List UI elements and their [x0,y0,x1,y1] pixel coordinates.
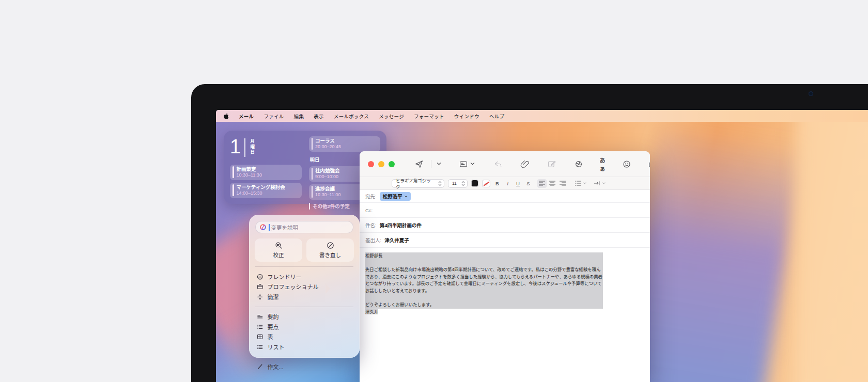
event-accent-bar [312,138,313,150]
recipient-name: 松野浩平 [383,193,402,200]
header-fields-button[interactable] [453,160,481,169]
transform-table[interactable]: 表 [249,332,360,342]
event-title: 社内勉強会 [315,168,340,174]
proofread-button[interactable]: 校正 [255,238,302,262]
align-center-button[interactable] [548,179,557,188]
menu-item-edit[interactable]: 編集 [294,113,304,120]
from-label: 差出人: [365,236,381,244]
apple-logo-icon [224,113,229,119]
calendar-date: 1 [230,136,241,157]
selected-text: 松野部長 先日ご相談した新製品向け市場進出戦略の第4四半期計画について、改めてご… [365,252,603,309]
list-icon [257,344,264,351]
transform-summary[interactable]: 要約 [249,312,360,322]
message-body[interactable]: 松野部長 先日ご相談した新製品向け市場進出戦略の第4四半期計画について、改めてご… [360,248,650,320]
to-label: 宛先: [365,193,377,200]
summary-icon [257,313,264,320]
rewrite-button[interactable]: 書き直し [306,238,354,262]
event-title: 計画策定 [237,166,262,172]
proofread-magnifier-icon [275,242,283,249]
reply-button[interactable] [487,160,509,169]
event-accent-bar [312,186,313,198]
new-message-button[interactable] [541,160,563,169]
menu-item-help[interactable]: ヘルプ [489,113,504,120]
style-label: プロフェッショナル [268,282,319,291]
rewrite-label: 書き直し [319,251,341,259]
concise-icon [257,294,264,300]
font-size-value: 11 [452,181,458,186]
minimize-button[interactable] [378,161,384,167]
background-color-button[interactable]: a [482,180,490,187]
font-family-select[interactable]: ヒラギノ角ゴシック [392,179,444,188]
format-button[interactable]: あぁ [594,156,612,172]
toolbar-divider [431,160,431,168]
from-value: 津久井夏子 [384,236,409,244]
event-time: 10:30–11:30 [237,172,262,178]
menu-item-view[interactable]: 表示 [314,113,324,120]
compose-square-pencil-icon [547,160,556,169]
compose-menu-item[interactable]: 作文... [249,362,360,372]
photo-browser-button[interactable] [642,160,650,169]
apple-menu[interactable] [224,113,229,119]
event-accent-bar [312,168,313,180]
event-title: マーケティング検討会 [237,184,285,190]
underline-button[interactable]: U [515,181,521,186]
from-field[interactable]: 差出人: 津久井夏子 [360,233,650,248]
menu-item-file[interactable]: ファイル [264,113,284,120]
font-size-select[interactable]: 11 [448,179,468,188]
cc-label: Cc: [365,208,373,213]
emoji-button[interactable] [616,160,638,169]
subject-field[interactable]: 件名: 第4四半期計画の件 [360,218,650,233]
send-button[interactable] [408,160,430,169]
event-accent-bar [309,203,311,210]
style-professional[interactable]: プロフェッショナル [249,282,360,292]
signature-text: 津久井 [365,309,378,314]
reply-arrow-icon [493,160,503,169]
input-placeholder: 変更を説明 [271,224,299,231]
apple-intelligence-icon [259,224,267,231]
smiley-icon [257,274,264,280]
transform-list[interactable]: リスト [249,342,360,352]
desktop-screen: メール ファイル 編集 表示 メールボックス メッセージ フォーマット ウインド… [216,110,868,382]
more-events-label: その他2件の予定 [313,203,350,210]
intelligence-rosette-icon [574,160,583,169]
to-field[interactable]: 宛先: 松野浩平 [360,190,650,203]
style-friendly[interactable]: フレンドリー [249,272,360,282]
calendar-event[interactable]: マーケティング検討会 14:00–15:30 [230,183,302,198]
strikethrough-button[interactable]: S [525,181,532,186]
align-left-button[interactable] [537,179,547,188]
transform-label: 要約 [268,312,279,321]
calendar-event[interactable]: 計画策定 10:30–11:30 [230,165,302,180]
transform-keypoints[interactable]: 要点 [249,322,360,332]
apple-intelligence-button[interactable] [568,160,590,169]
paper-plane-icon [414,160,424,169]
calendar-date-divider [244,138,245,157]
header-fields-icon [459,160,468,169]
text-color-swatch[interactable] [471,180,478,187]
cc-field[interactable]: Cc: [360,203,650,218]
calendar-event[interactable]: コーラス 20:00–20:45 [309,136,381,152]
divider [255,357,353,357]
menu-item-mailbox[interactable]: メールボックス [334,113,369,120]
menu-item-window[interactable]: ウインドウ [454,113,479,120]
recipient-chip[interactable]: 松野浩平 [380,192,411,201]
attach-button[interactable] [514,160,536,169]
menu-item-format[interactable]: フォーマット [414,113,444,120]
italic-button[interactable]: I [504,181,511,186]
indent-menu[interactable] [594,181,606,186]
compose-pencil-icon [257,363,264,370]
event-accent-bar [233,184,234,196]
mail-toolbar: あぁ [360,151,650,177]
list-style-menu[interactable] [575,181,586,186]
style-concise[interactable]: 簡潔 [249,292,360,302]
mail-compose-window: あぁ ヒラギノ角ゴシック 11 [360,151,650,382]
zoom-button[interactable] [389,161,395,167]
chevron-down-icon [404,195,408,198]
bold-button[interactable]: B [494,181,501,186]
send-options-chevron[interactable] [432,162,447,166]
menu-app-name[interactable]: メール [239,113,254,120]
close-button[interactable] [368,161,374,167]
menu-item-message[interactable]: メッセージ [379,113,404,120]
align-right-button[interactable] [558,179,567,188]
transform-label: リスト [268,343,285,351]
describe-change-input[interactable]: 変更を説明 [255,221,353,233]
